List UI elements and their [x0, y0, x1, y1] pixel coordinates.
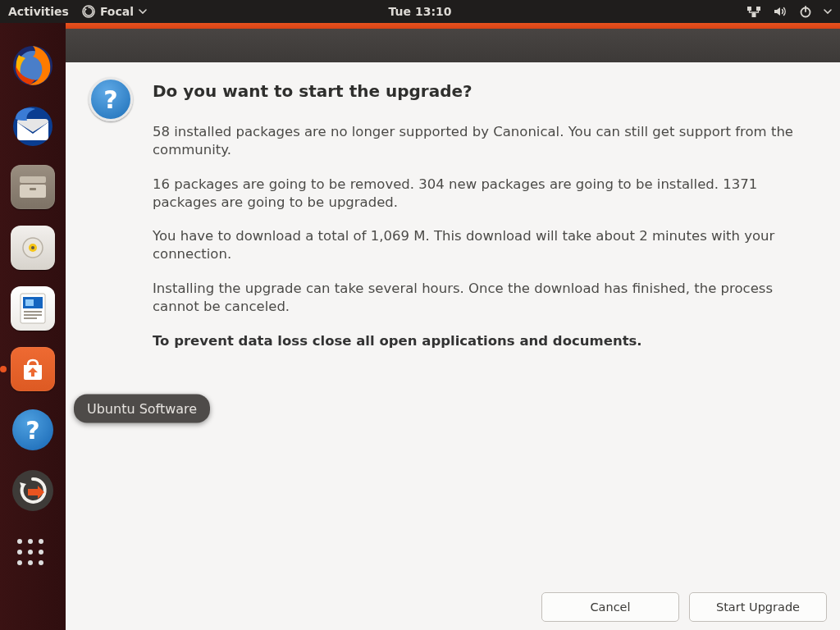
start-upgrade-button[interactable]: Start Upgrade: [689, 592, 827, 622]
dock: ?: [0, 23, 66, 630]
svg-rect-2: [747, 7, 751, 11]
help-icon: ?: [12, 409, 53, 450]
software-updater-icon: [12, 470, 53, 511]
svg-rect-18: [25, 299, 34, 306]
firefox-icon: [11, 43, 55, 88]
dock-item-ubuntu-software[interactable]: [10, 346, 56, 392]
apps-grid-icon: [17, 539, 48, 570]
ubuntu-software-icon: [11, 347, 55, 391]
app-menu-label: Focal: [100, 5, 134, 18]
question-icon: ?: [89, 77, 133, 121]
dock-item-rhythmbox[interactable]: [10, 225, 56, 271]
thunderbird-icon: [11, 104, 55, 148]
svg-marker-1: [84, 8, 87, 11]
system-menu-chevron[interactable]: [824, 9, 832, 14]
cancel-button[interactable]: Cancel: [541, 592, 679, 622]
dialog-heading: Do you want to start the upgrade?: [153, 80, 810, 102]
download-text: You have to download a total of 1,069 M.…: [153, 227, 810, 263]
dock-item-files[interactable]: [10, 164, 56, 210]
svg-rect-10: [20, 176, 46, 183]
svg-rect-11: [20, 185, 46, 198]
volume-icon[interactable]: [773, 5, 788, 18]
rhythmbox-icon: [11, 226, 55, 270]
dock-item-show-apps[interactable]: [10, 532, 56, 578]
window-titlebar[interactable]: [66, 23, 840, 63]
svg-rect-4: [752, 13, 756, 17]
support-text: 58 installed packages are no longer supp…: [153, 123, 810, 159]
network-icon[interactable]: [746, 5, 761, 18]
clock[interactable]: Tue 13:10: [389, 5, 452, 18]
dialog-content: ? Do you want to start the upgrade? 58 i…: [66, 62, 840, 630]
files-icon: [11, 165, 55, 209]
dock-item-writer[interactable]: [10, 285, 56, 331]
writer-icon: [11, 286, 55, 331]
dock-item-help[interactable]: ?: [10, 407, 56, 453]
warning-text: To prevent data loss close all open appl…: [153, 332, 810, 350]
dock-tooltip: Ubuntu Software: [74, 395, 210, 423]
top-panel: Activities Focal Tue 13:10: [0, 0, 840, 23]
dock-item-firefox[interactable]: [10, 43, 56, 89]
changes-text: 16 packages are going to be removed. 304…: [153, 176, 810, 212]
install-time-text: Installing the upgrade can take several …: [153, 280, 810, 316]
power-icon[interactable]: [799, 5, 812, 18]
upgrade-window: ? Do you want to start the upgrade? 58 i…: [66, 23, 840, 630]
activities-button[interactable]: Activities: [8, 5, 69, 18]
svg-rect-12: [30, 188, 36, 190]
dialog-button-row: Cancel Start Upgrade: [541, 592, 827, 622]
svg-rect-3: [756, 7, 760, 11]
chevron-down-icon: [139, 9, 147, 14]
app-menu[interactable]: Focal: [82, 5, 147, 18]
dock-item-software-updater[interactable]: [10, 468, 56, 514]
svg-point-15: [31, 246, 34, 249]
update-manager-icon: [82, 5, 95, 18]
dock-item-thunderbird[interactable]: [10, 103, 56, 149]
